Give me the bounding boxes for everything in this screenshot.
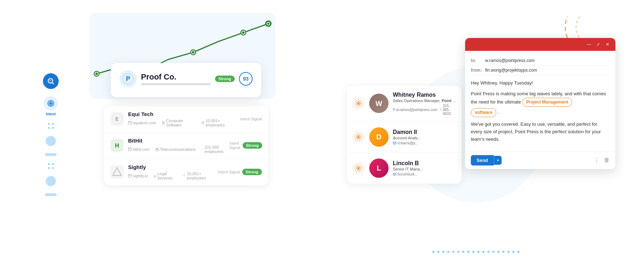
expand-icon[interactable]: ⤢ — [595, 42, 601, 47]
email-header: — ⤢ ✕ — [465, 38, 615, 51]
intent-icon — [44, 96, 58, 110]
svg-rect-33 — [156, 148, 157, 149]
svg-text:H: H — [115, 143, 119, 149]
company-row-sightly[interactable]: Sightly sightly.io Legal Services 10, — [104, 159, 268, 185]
contact-list: W Whitney Ramos Sales Operations Manager… — [347, 86, 462, 183]
bithit-strong-badge: Strong — [243, 142, 262, 149]
svg-point-17 — [267, 23, 269, 25]
lincoln-name: Lincoln B — [393, 160, 457, 167]
sidebar-item-intent[interactable]: Intent — [44, 96, 58, 116]
avatar-lincoln: L — [369, 158, 389, 178]
svg-rect-53 — [393, 142, 396, 144]
whitney-info: Whitney Ramos Sales Operations Manager, … — [393, 91, 457, 115]
contact-row-whitney[interactable]: W Whitney Ramos Sales Operations Manager… — [347, 86, 462, 121]
svg-rect-46 — [393, 109, 395, 110]
radar-icon-1 — [352, 97, 365, 110]
equitech-info: Equi Tech equitech.com Computer Software — [128, 111, 236, 127]
company-row-equitech[interactable]: E Equi Tech equitech.com Computer Softwa… — [104, 106, 268, 133]
svg-point-39 — [184, 175, 185, 176]
sightly-strong-badge: Strong — [242, 169, 262, 175]
svg-rect-22 — [128, 121, 131, 124]
send-button[interactable]: Send — [471, 155, 494, 165]
bithit-employees: 201-500 employees — [201, 145, 225, 154]
sightly-logo — [110, 165, 124, 179]
sightly-name: Sightly — [128, 164, 214, 170]
svg-point-52 — [358, 136, 360, 138]
svg-marker-35 — [113, 168, 121, 176]
left-panel: Intent — [32, 9, 304, 260]
proof-header: P Proof Co. Strong 93 — [119, 70, 253, 87]
sightly-info: Sightly sightly.io Legal Services 10, — [128, 164, 214, 180]
main-card-area: P Proof Co. Strong 93 E — [82, 20, 283, 249]
software-tag[interactable]: software — [471, 108, 496, 117]
whitney-name: Whitney Ramos — [393, 91, 457, 98]
avatar-damon: D — [369, 127, 389, 146]
equitech-signal: Intent Signal — [240, 117, 262, 121]
email-greeting: Hey Whitney, Happy Tuesday! — [471, 80, 610, 87]
bithit-industry: Telecommunications — [155, 145, 196, 154]
sidebar: Intent — [43, 73, 59, 196]
bithit-info: BitHit bithit.com Telecommunications — [128, 138, 225, 154]
email-footer: Send ▾ ⋮ 🗑 — [465, 151, 615, 169]
from-value: fin.wong@projektopps.com — [485, 68, 537, 73]
email-panel: — ⤢ ✕ to: w.ramos@pointpress.com from: f… — [465, 38, 615, 169]
svg-point-6 — [50, 102, 52, 104]
email-actions: ⋮ 🗑 — [594, 157, 610, 164]
proof-card: P Proof Co. Strong 93 — [111, 63, 261, 97]
proof-logo: P — [119, 70, 137, 87]
from-label: from: — [471, 68, 485, 73]
contact-row-lincoln[interactable]: L Lincoln B Senior IT Mana... lincolnbur… — [347, 153, 462, 183]
equitech-website: equitech.com — [128, 119, 156, 127]
send-dropdown-button[interactable]: ▾ — [494, 156, 502, 165]
contact-row-damon[interactable]: D Damon Il Account Analy... d.ibarra@p..… — [347, 121, 462, 153]
equitech-logo: E — [110, 112, 124, 126]
email-content: Hey Whitney, Happy Tuesday! Point Press … — [471, 75, 610, 146]
send-button-group: Send ▾ — [471, 155, 502, 165]
lincoln-info: Lincoln B Senior IT Mana... lincolnburk.… — [393, 160, 457, 176]
project-management-tag[interactable]: Project Management — [522, 98, 572, 107]
damon-name: Damon Il — [393, 129, 457, 135]
svg-rect-36 — [128, 174, 131, 177]
company-row-bithit[interactable]: H BitHit bithit.com Telecommunications — [104, 133, 268, 159]
more-options-icon[interactable]: ⋮ — [594, 157, 600, 164]
svg-point-48 — [440, 110, 441, 110]
email-body: to: w.ramos@pointpress.com from: fin.won… — [465, 51, 615, 151]
svg-rect-58 — [393, 173, 396, 175]
sidebar-pill-1 — [45, 153, 57, 156]
to-value[interactable]: w.ramos@pointpress.com — [485, 58, 535, 63]
svg-rect-24 — [162, 123, 165, 124]
sightly-website: sightly.io — [128, 172, 148, 180]
sightly-signal: Intent Signal Strong — [218, 169, 262, 175]
bithit-logo: H — [110, 139, 124, 152]
whitney-email: w.ramos@pointpress.com 315-885-0633 — [393, 104, 457, 115]
to-label: to: — [471, 58, 485, 63]
svg-text:E: E — [115, 116, 118, 122]
sidebar-circle-1 — [46, 136, 56, 146]
sightly-industry: Legal Services — [153, 172, 177, 180]
avatar-whitney: W — [369, 94, 389, 113]
lincoln-email: lincolnburk... — [393, 172, 457, 176]
search-icon[interactable] — [43, 73, 59, 89]
delete-icon[interactable]: 🗑 — [604, 157, 610, 164]
bithit-name: BitHit — [128, 138, 225, 144]
svg-text:P: P — [126, 75, 130, 82]
bithit-signal: Intent Signal Strong — [229, 141, 262, 150]
equitech-industry: Computer Software — [162, 119, 196, 127]
svg-point-27 — [203, 122, 204, 123]
sidebar-dots-bottom — [48, 163, 54, 169]
lincoln-title: Senior IT Mana... — [393, 167, 457, 171]
svg-point-45 — [358, 102, 360, 104]
proof-score: 93 — [239, 72, 253, 86]
close-icon[interactable]: ✕ — [605, 42, 610, 47]
damon-title: Account Analy... — [393, 136, 457, 140]
minimize-icon[interactable]: — — [586, 42, 592, 47]
damon-info: Damon Il Account Analy... d.ibarra@p... — [393, 129, 457, 145]
svg-point-8 — [96, 72, 98, 75]
email-body-2: software . — [471, 108, 610, 117]
bottom-dots — [422, 251, 530, 253]
svg-point-14 — [242, 31, 245, 34]
equitech-name: Equi Tech — [128, 111, 236, 117]
right-panel: W Whitney Ramos Sales Operations Manager… — [340, 9, 612, 260]
radar-icon-3 — [352, 162, 365, 174]
svg-point-57 — [358, 167, 360, 169]
